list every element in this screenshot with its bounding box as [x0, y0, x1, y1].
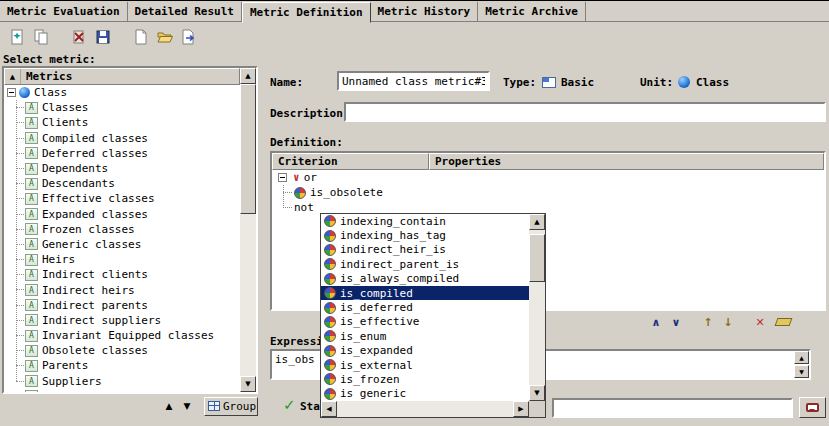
dropdown-item-selected[interactable]: is_compiled — [321, 286, 529, 300]
tree-item[interactable]: Indirect suppliers — [11, 313, 240, 328]
tree-item-class-root[interactable]: Class — [4, 85, 240, 100]
tree-item[interactable]: Descendants — [11, 176, 240, 191]
dropdown-item[interactable]: indirect_heir_is — [321, 243, 529, 257]
name-input[interactable] — [337, 71, 490, 91]
properties-column-header[interactable]: Properties — [429, 153, 824, 170]
tree-item[interactable]: Indirect parents — [11, 298, 240, 313]
move-criterion-up-icon[interactable] — [698, 314, 718, 330]
expression-scrollbar[interactable] — [794, 351, 809, 378]
tree-item[interactable]: Suppliers — [11, 374, 240, 389]
dropdown-item-label: indirect_heir_is — [340, 243, 446, 256]
tree-item[interactable]: Expanded classes — [11, 207, 240, 222]
description-input[interactable] — [344, 102, 826, 122]
scroll-left-icon[interactable] — [321, 401, 337, 417]
tree-item[interactable]: Obsolete classes — [11, 343, 240, 358]
comment-button[interactable] — [799, 397, 826, 418]
tab-detailed-result[interactable]: Detailed Result — [128, 2, 242, 22]
dropdown-item[interactable]: is_external — [321, 358, 529, 372]
scroll-up-icon[interactable] — [240, 68, 256, 84]
tab-metric-history[interactable]: Metric History — [371, 2, 479, 22]
dropdown-item[interactable]: is_always_compiled — [321, 272, 529, 286]
tree-item[interactable]: Deferred classes — [11, 146, 240, 161]
tree-item-clipped[interactable] — [11, 389, 240, 392]
dropdown-item[interactable]: indirect_parent_is — [321, 257, 529, 271]
tree-item-label: Generic classes — [42, 238, 141, 251]
criterion-icon — [324, 230, 336, 242]
dropdown-item[interactable]: is_deferred — [321, 300, 529, 314]
dropdown-item[interactable]: is_expanded — [321, 344, 529, 358]
tab-metric-definition[interactable]: Metric Definition — [242, 2, 371, 23]
scroll-up-icon[interactable] — [529, 214, 545, 230]
criterion-column-header[interactable]: Criterion — [272, 153, 429, 170]
metrics-column-label: Metrics — [21, 70, 72, 83]
dropdown-horizontal-scrollbar[interactable] — [321, 401, 529, 417]
dropdown-item-label: is_external — [340, 359, 413, 372]
copy-metric-button[interactable] — [29, 26, 53, 48]
export-metric-button[interactable] — [177, 26, 201, 48]
tab-metric-archive[interactable]: Metric Archive — [478, 2, 586, 22]
tree-item[interactable]: Effective classes — [11, 191, 240, 206]
move-criterion-down-icon[interactable] — [718, 314, 738, 330]
dropdown-item[interactable]: indexing_has_tag — [321, 228, 529, 242]
tab-metric-evaluation[interactable]: Metric Evaluation — [0, 2, 128, 22]
dropdown-item[interactable]: is_effective — [321, 315, 529, 329]
status-field[interactable] — [552, 398, 793, 418]
dropdown-item[interactable]: is_frozen — [321, 372, 529, 386]
delete-criterion-icon[interactable] — [750, 314, 770, 330]
save-metric-icon — [94, 28, 112, 46]
tree-item-label: Indirect suppliers — [42, 314, 161, 327]
metric-tree-panel: Metrics Class Classes Clients Compiled c… — [2, 66, 258, 394]
dropdown-vertical-scrollbar[interactable] — [529, 214, 545, 401]
or-level-down-icon[interactable] — [666, 314, 686, 330]
open-metric-button[interactable] — [153, 26, 177, 48]
and-level-up-icon[interactable] — [646, 314, 666, 330]
sort-ascending-icon[interactable] — [5, 69, 21, 84]
metrics-column-header[interactable]: Metrics — [4, 68, 240, 85]
new-definition-button[interactable] — [129, 26, 153, 48]
metric-icon — [25, 178, 38, 190]
clear-definition-eraser-icon[interactable] — [775, 318, 793, 326]
scroll-right-icon[interactable] — [513, 401, 529, 417]
scroll-down-icon[interactable] — [240, 376, 256, 392]
metric-icon — [25, 223, 38, 235]
dropdown-item-label: is_compiled — [340, 287, 413, 300]
move-metric-down-button[interactable] — [178, 398, 196, 414]
open-folder-icon — [156, 28, 174, 46]
save-metric-button[interactable] — [91, 26, 115, 48]
metric-icon — [25, 132, 38, 144]
tree-item[interactable]: Indirect heirs — [11, 282, 240, 297]
collapse-icon[interactable] — [7, 88, 16, 97]
criterion-row-is-obsolete[interactable]: is_obsolete — [272, 185, 824, 200]
scroll-down-icon[interactable] — [529, 385, 545, 401]
criterion-label: or — [304, 171, 317, 184]
criterion-row-or[interactable]: or — [272, 170, 824, 185]
tree-vertical-scrollbar[interactable] — [240, 68, 256, 392]
scrollbar-thumb[interactable] — [529, 234, 545, 282]
tree-item[interactable]: Invariant Equipped classes — [11, 328, 240, 343]
delete-metric-button[interactable] — [67, 26, 91, 48]
tree-item-label: Frozen classes — [42, 223, 135, 236]
metric-icon — [25, 163, 38, 175]
tree-item[interactable]: Frozen classes — [11, 222, 240, 237]
tree-item[interactable]: Heirs — [11, 252, 240, 267]
dropdown-item[interactable]: is generic — [321, 387, 529, 401]
tree-item[interactable]: Generic classes — [11, 237, 240, 252]
tree-item[interactable]: Parents — [11, 358, 240, 373]
scrollbar-corner — [529, 401, 545, 417]
dropdown-item[interactable]: indexing_contain — [321, 214, 529, 228]
collapse-icon[interactable] — [278, 173, 287, 182]
tree-item[interactable]: Dependents — [11, 161, 240, 176]
tree-item[interactable]: Clients — [11, 115, 240, 130]
dropdown-item[interactable]: is_enum — [321, 329, 529, 343]
metric-icon — [25, 330, 38, 342]
new-metric-button[interactable] — [5, 26, 29, 48]
scroll-up-icon[interactable] — [794, 351, 809, 364]
tree-item[interactable]: Indirect clients — [11, 267, 240, 282]
tree-item[interactable]: Classes — [11, 100, 240, 115]
tree-item[interactable]: Compiled classes — [11, 131, 240, 146]
scroll-down-icon[interactable] — [794, 365, 809, 378]
criterion-icon — [324, 330, 336, 342]
scrollbar-thumb[interactable] — [240, 84, 256, 214]
group-button[interactable]: Group — [204, 397, 258, 416]
move-metric-up-button[interactable] — [160, 398, 178, 414]
